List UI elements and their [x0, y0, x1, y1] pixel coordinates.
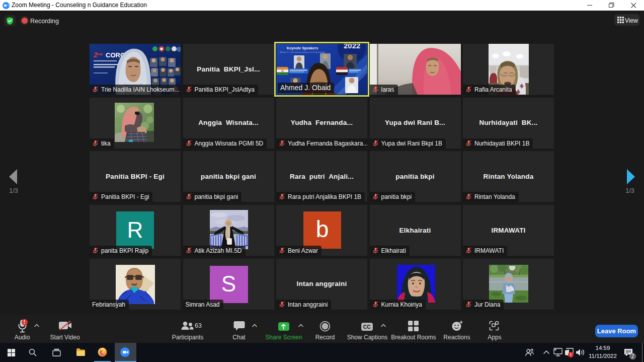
svg-text:(Room 2: Counseling Guidance &: (Room 2: Counseling Guidance & Psycholog… — [280, 51, 326, 53]
svg-text:2022: 2022 — [344, 44, 360, 50]
svg-text:Keynote Speakers: Keynote Speakers — [287, 46, 318, 50]
